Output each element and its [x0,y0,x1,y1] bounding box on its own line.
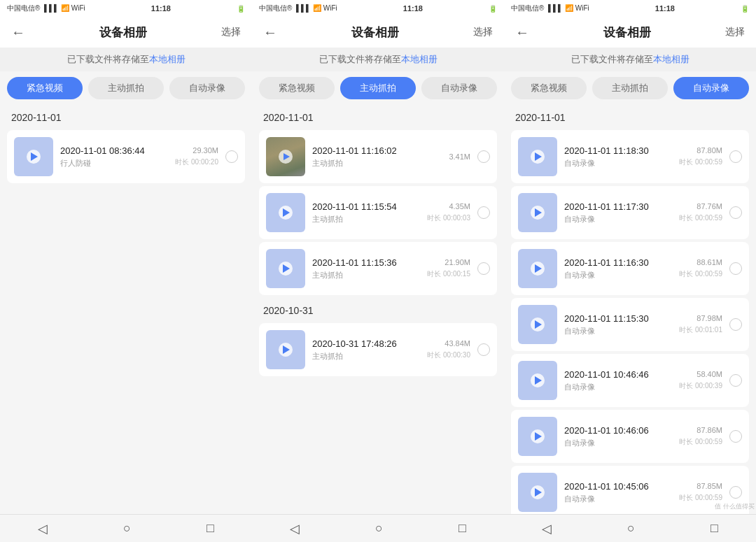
video-thumbnail-placeholder [266,249,305,288]
select-circle[interactable] [729,318,742,331]
item-datetime: 2020-11-01 11:16:02 [312,145,442,156]
item-meta: 87.80M时长 00:00:59 [679,146,722,167]
status-time: 11:18 [151,4,171,13]
nav-home-icon[interactable]: ○ [627,521,635,536]
video-item[interactable]: 2020-11-01 10:46:06自动录像87.86M时长 00:00:59 [511,410,749,463]
select-circle[interactable] [477,150,490,163]
tab-active-capture[interactable]: 主动抓拍 [340,77,416,99]
play-icon [531,429,545,443]
select-circle[interactable] [477,206,490,219]
tab-bar: 紧急视频主动抓拍自动录像 [504,71,756,105]
video-item[interactable]: 2020-11-01 10:46:46自动录像58.40M时长 00:00:39 [511,354,749,407]
video-item[interactable]: 2020-11-01 11:15:54主动抓拍4.35M时长 00:00:03 [259,186,497,239]
item-info: 2020-11-01 11:17:30自动录像 [564,201,672,224]
select-circle[interactable] [729,206,742,219]
item-size: 29.30M [192,146,218,155]
video-thumbnail-placeholder [518,473,557,512]
item-info: 2020-11-01 10:46:06自动录像 [564,425,672,448]
battery-icon: 🔋 [237,5,245,13]
status-bar: 中国电信® ▌▌▌ 📶 WiFi 11:18 🔋 [252,0,504,17]
select-circle[interactable] [225,150,238,163]
back-button[interactable]: ← [515,24,529,41]
play-icon [531,206,545,220]
item-datetime: 2020-11-01 10:46:46 [564,369,672,380]
video-item[interactable]: 2020-11-01 11:16:02主动抓拍3.41M [259,130,497,183]
nav-recent-icon[interactable]: □ [458,521,466,536]
play-icon [531,262,545,276]
video-thumbnail-placeholder [14,137,53,176]
nav-back-icon[interactable]: ◁ [38,521,48,536]
item-info: 2020-11-01 10:45:06自动录像 [564,481,672,504]
nav-back-icon[interactable]: ◁ [542,521,552,536]
item-subtitle: 主动抓拍 [312,270,420,280]
nav-home-icon[interactable]: ○ [375,521,383,536]
item-duration: 时长 00:00:20 [175,157,218,167]
item-subtitle: 主动抓拍 [312,158,442,169]
item-subtitle: 自动录像 [564,326,672,336]
select-circle[interactable] [729,486,742,499]
nav-back-icon[interactable]: ◁ [290,521,300,536]
content-area: 2020-11-012020-11-01 11:18:30自动录像87.80M时… [504,105,756,514]
video-thumbnail-placeholder [518,137,557,176]
video-thumbnail-placeholder [518,249,557,288]
select-button[interactable]: 选择 [221,26,241,38]
item-size: 87.98M [696,314,722,322]
select-button[interactable]: 选择 [473,26,493,38]
nav-recent-icon[interactable]: □ [710,521,718,536]
item-info: 2020-11-01 11:16:02主动抓拍 [312,145,442,169]
video-item[interactable]: 2020-11-01 08:36:44行人防碰29.30M时长 00:00:20 [7,130,245,183]
video-item[interactable]: 2020-10-31 17:48:26主动抓拍43.84M时长 00:00:30 [259,323,497,376]
play-icon [27,150,41,164]
item-subtitle: 自动录像 [564,494,672,504]
date-header: 2020-11-01 [504,105,756,127]
tab-emergency[interactable]: 紧急视频 [7,77,83,99]
video-item[interactable]: 2020-11-01 11:16:30自动录像88.61M时长 00:00:59 [511,242,749,295]
item-meta: 88.61M时长 00:00:59 [679,258,722,279]
video-thumbnail-placeholder [518,361,557,400]
select-button[interactable]: 选择 [725,26,745,38]
tab-auto-record[interactable]: 自动录像 [421,77,497,99]
item-subtitle: 自动录像 [564,214,672,224]
item-info: 2020-11-01 08:36:44行人防碰 [60,145,168,169]
select-circle[interactable] [729,374,742,387]
item-info: 2020-11-01 10:46:46自动录像 [564,369,672,392]
tab-auto-record[interactable]: 自动录像 [673,77,749,99]
item-datetime: 2020-11-01 10:46:06 [564,425,672,436]
select-circle[interactable] [477,343,490,356]
select-circle[interactable] [729,262,742,275]
item-meta: 3.41M [449,152,470,161]
play-icon [279,206,293,220]
item-datetime: 2020-10-31 17:48:26 [312,338,420,349]
top-bar: ← 设备相册 选择 [504,17,756,48]
nav-recent-icon[interactable]: □ [206,521,214,536]
play-triangle-icon [535,208,542,217]
select-circle[interactable] [477,262,490,275]
tab-emergency[interactable]: 紧急视频 [259,77,335,99]
item-meta: 4.35M时长 00:00:03 [427,202,470,223]
video-item[interactable]: 2020-11-01 11:18:30自动录像87.80M时长 00:00:59 [511,130,749,183]
play-icon [279,262,293,276]
item-meta: 87.85M时长 00:00:59 [679,482,722,503]
video-item[interactable]: 2020-11-01 11:15:36主动抓拍21.90M时长 00:00:15 [259,242,497,295]
select-circle[interactable] [729,150,742,163]
nav-home-icon[interactable]: ○ [123,521,131,536]
item-duration: 时长 00:00:59 [679,269,722,279]
item-info: 2020-11-01 11:15:30自动录像 [564,313,672,336]
date-header: 2020-11-01 [252,105,504,127]
video-item[interactable]: 2020-11-01 11:15:30自动录像87.98M时长 00:01:01 [511,298,749,351]
tab-emergency[interactable]: 紧急视频 [511,77,587,99]
back-button[interactable]: ← [11,24,25,41]
video-item[interactable]: 2020-11-01 10:45:06自动录像87.85M时长 00:00:59 [511,466,749,514]
item-datetime: 2020-11-01 11:15:54 [312,201,420,212]
item-datetime: 2020-11-01 10:45:06 [564,481,672,492]
video-item[interactable]: 2020-11-01 11:17:30自动录像87.76M时长 00:00:59 [511,186,749,239]
play-triangle-icon [535,432,542,441]
notice-bar: 已下载文件将存储至本地相册 [252,48,504,71]
tab-auto-record[interactable]: 自动录像 [169,77,245,99]
back-button[interactable]: ← [263,24,277,41]
play-triangle-icon [535,152,542,161]
tab-active-capture[interactable]: 主动抓拍 [88,77,164,99]
play-triangle-icon [535,488,542,497]
tab-active-capture[interactable]: 主动抓拍 [592,77,668,99]
select-circle[interactable] [729,430,742,443]
